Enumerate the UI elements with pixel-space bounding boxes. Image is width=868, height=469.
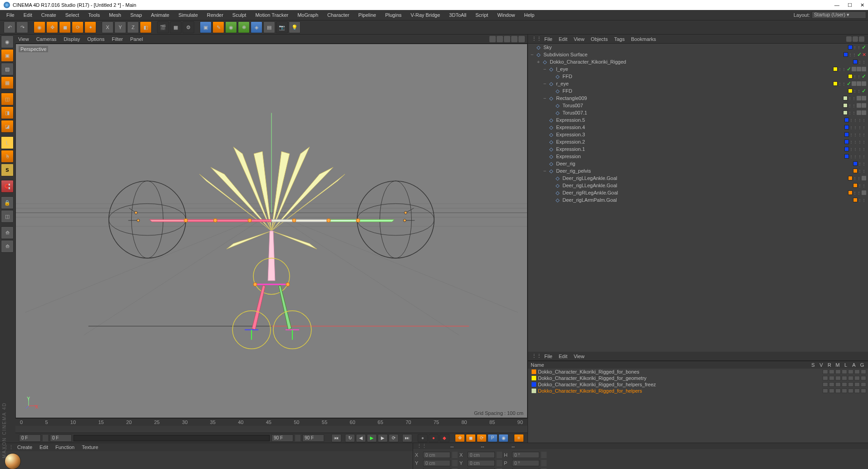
layer-color[interactable]: [833, 67, 838, 71]
take-flag[interactable]: [842, 369, 847, 374]
menu-help[interactable]: Help: [520, 10, 539, 20]
tree-row[interactable]: ◇FFD⋮⋮✓: [528, 87, 868, 95]
take-flag[interactable]: [823, 369, 828, 374]
disable-x-icon[interactable]: ✕: [862, 52, 866, 58]
visibility-dots[interactable]: ⋮⋮: [849, 133, 858, 137]
tag-icon[interactable]: [862, 176, 866, 180]
texture-mode[interactable]: ▨: [1, 63, 14, 75]
rotation-field[interactable]: [512, 460, 539, 466]
edge-mode[interactable]: ◨: [1, 106, 14, 119]
takes-col-l[interactable]: L: [843, 362, 849, 368]
axis-mode[interactable]: L: [1, 136, 14, 149]
visibility-dots[interactable]: ⋮⋮: [848, 111, 856, 115]
menu-character[interactable]: Character: [323, 10, 354, 20]
add-generator[interactable]: ❋: [238, 21, 250, 33]
viewport-toggle-icon[interactable]: [504, 36, 510, 42]
panel-search-icon[interactable]: [846, 36, 852, 42]
visibility-dots[interactable]: ⋮⋮: [838, 67, 846, 71]
tag-icon[interactable]: [862, 67, 866, 71]
menu-file[interactable]: File: [2, 10, 19, 20]
take-flag[interactable]: [848, 382, 853, 387]
y-axis-lock[interactable]: Y: [114, 21, 126, 33]
scale-tool[interactable]: ◼: [59, 21, 71, 33]
take-flag[interactable]: [854, 382, 860, 387]
take-flag[interactable]: [835, 369, 841, 374]
viewport-menu-options[interactable]: Options: [87, 36, 104, 42]
take-flag[interactable]: [823, 376, 828, 380]
tree-row[interactable]: ◇Expression.1⋮⋮⋮⋮: [528, 145, 868, 153]
layer-color[interactable]: [843, 103, 848, 108]
layer-color[interactable]: [853, 169, 858, 173]
z-axis-lock[interactable]: Z: [127, 21, 139, 33]
tree-row[interactable]: ◇Deer_rigLArmPalm.Goal⋮⋮: [528, 196, 868, 204]
visibility-dots[interactable]: ⋮⋮: [849, 125, 858, 130]
visibility-dots[interactable]: ⋮⋮: [853, 45, 861, 50]
next-frame-button[interactable]: ▶: [378, 434, 388, 442]
objects-menu-tags[interactable]: Tags: [614, 36, 625, 42]
size-field[interactable]: [468, 452, 495, 458]
tree-row[interactable]: ◇Deer_rigLLegAnkle.Goal⋮⋮: [528, 175, 868, 182]
layer-color[interactable]: [844, 125, 849, 130]
snap-mode[interactable]: S: [1, 164, 14, 176]
tree-row[interactable]: +◇Dokko_Character_Kikoriki_Rigged⋮⋮: [528, 58, 868, 65]
enable-check-icon[interactable]: ✓: [847, 66, 851, 72]
visibility-dots[interactable]: ⋮⋮: [848, 104, 856, 108]
tree-row[interactable]: ◇Expression.3⋮⋮⋮⋮: [528, 131, 868, 138]
visibility-dots[interactable]: ⋮⋮: [849, 140, 858, 144]
takes-col-m[interactable]: M: [834, 362, 841, 368]
layer-color[interactable]: [833, 81, 838, 86]
panel-view-icon[interactable]: [859, 36, 864, 42]
close-button[interactable]: ✕: [860, 2, 864, 8]
start-frame-field[interactable]: [19, 434, 41, 442]
timeline-ruler[interactable]: 051015202530354045505560657075808590: [15, 419, 528, 426]
minimize-button[interactable]: —: [834, 2, 839, 8]
time-slider[interactable]: [74, 435, 270, 441]
polygon-mode[interactable]: ◪: [1, 120, 14, 133]
prev-frame-button[interactable]: ◀: [356, 434, 366, 442]
visibility-dots[interactable]: ⋮⋮: [853, 89, 861, 93]
take-flag[interactable]: [829, 389, 834, 393]
spinner[interactable]: [452, 452, 458, 458]
takes-col-s[interactable]: S: [810, 362, 816, 368]
frame-spinner[interactable]: [43, 435, 48, 441]
object-tree[interactable]: ◇Sky⋮⋮✓−◇Subdivision Surface⋮⋮✓✕+◇Dokko_…: [528, 44, 868, 352]
position-field[interactable]: [423, 452, 450, 458]
tree-row[interactable]: ◇FFD⋮⋮✓: [528, 73, 868, 80]
play-button[interactable]: ▶: [367, 434, 377, 442]
takes-col-g[interactable]: G: [859, 362, 865, 368]
key-rotate[interactable]: ⟳: [477, 434, 487, 442]
take-flag[interactable]: [823, 382, 828, 387]
takes-col-a[interactable]: A: [851, 362, 857, 368]
take-flag[interactable]: [829, 369, 834, 374]
viewport-max-icon[interactable]: [518, 36, 525, 42]
tag-icon[interactable]: [852, 67, 856, 71]
visibility-dots[interactable]: ⋮⋮: [858, 155, 866, 159]
visibility-dots[interactable]: ⋮⋮: [858, 162, 866, 166]
render-view[interactable]: 🎬: [157, 21, 169, 33]
visibility-dots[interactable]: ⋮⋮: [858, 169, 866, 173]
panel-grip-icon[interactable]: ⋮⋮: [532, 36, 538, 42]
layer-color[interactable]: [844, 132, 849, 137]
tree-row[interactable]: −◇r_eye⋮⋮✓: [528, 80, 868, 87]
tree-expand-icon[interactable]: −: [542, 81, 547, 86]
point-mode[interactable]: ◫: [1, 93, 14, 105]
menu-snap[interactable]: Snap: [126, 10, 147, 20]
take-flag[interactable]: [861, 382, 866, 387]
enable-check-icon[interactable]: ✓: [862, 44, 866, 50]
tree-row[interactable]: ◇Expression⋮⋮⋮⋮: [528, 153, 868, 160]
key-scale[interactable]: ◼: [466, 434, 476, 442]
tree-row[interactable]: −◇Subdivision Surface⋮⋮✓✕: [528, 51, 868, 58]
layer-color[interactable]: [853, 161, 858, 166]
menu-sculpt[interactable]: Sculpt: [228, 10, 251, 20]
tag-icon[interactable]: [862, 81, 866, 86]
tree-row[interactable]: ◇Deer_rigLLegAnkle.Goal⋮⋮: [528, 182, 868, 189]
viewport-menu-filter[interactable]: Filter: [112, 36, 123, 42]
rotate-tool[interactable]: ⟳: [72, 21, 84, 33]
goto-end-button[interactable]: ⏭: [402, 434, 412, 442]
objects-menu-objects[interactable]: Objects: [591, 36, 607, 42]
redo-button[interactable]: ↷: [16, 21, 28, 33]
layer-color[interactable]: [848, 190, 853, 195]
take-flag[interactable]: [835, 382, 841, 387]
take-flag[interactable]: [835, 389, 841, 393]
menu-mograph[interactable]: MoGraph: [293, 10, 323, 20]
